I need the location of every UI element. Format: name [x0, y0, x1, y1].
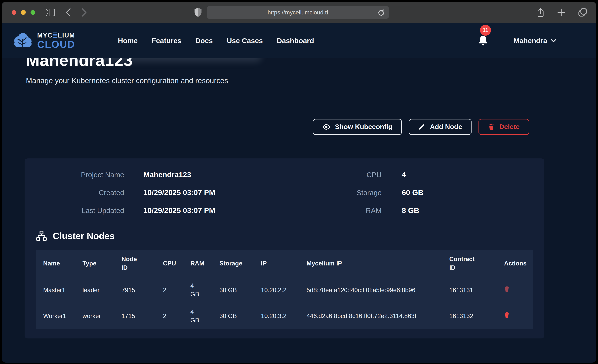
column-header-contract-id: Contract ID	[445, 250, 500, 277]
cluster-nodes-heading: Cluster Nodes	[53, 231, 115, 241]
column-header-ram: RAM	[186, 250, 216, 277]
nav-link-home[interactable]: Home	[118, 37, 138, 45]
column-header-mycelium-ip: Mycelium IP	[303, 250, 445, 277]
node-row-worker1: Worker1worker171524 GB30 GB10.20.3.2446:…	[36, 303, 533, 329]
nav-link-dashboard[interactable]: Dashboard	[277, 37, 314, 45]
pencil-icon	[418, 124, 425, 130]
detail-value: 10/29/2025 03:07 PM	[143, 206, 284, 215]
eye-icon	[322, 124, 330, 130]
cell-cpu: 2	[159, 303, 186, 329]
nav-link-docs[interactable]: Docs	[195, 37, 213, 45]
detail-value: 8 GB	[402, 206, 533, 215]
nav-link-use-cases[interactable]: Use Cases	[227, 37, 263, 45]
cell-storage: 30 GB	[216, 303, 257, 329]
user-name: Mahendra	[514, 37, 547, 45]
cluster-details-card: Project NameMahendra123Created10/29/2025…	[25, 158, 544, 339]
column-header-name: Name	[36, 250, 78, 277]
notification-count-badge: 11	[480, 25, 491, 36]
page-subtitle: Manage your Kubernetes cluster configura…	[26, 75, 544, 86]
browser-chrome: https://myceliumcloud.tf	[2, 2, 596, 23]
cell-actions	[500, 277, 533, 303]
column-header-node-id: Node ID	[117, 250, 159, 277]
site-navbar: MYCLIUM CLOUD HomeFeaturesDocsUse CasesD…	[2, 23, 596, 58]
column-header-storage: Storage	[216, 250, 257, 277]
bell-icon	[478, 35, 489, 47]
show-kubeconfig-button[interactable]: Show Kubeconfig	[313, 119, 402, 135]
close-window-button[interactable]	[12, 10, 16, 15]
cloud-logo-icon	[12, 32, 33, 50]
page-content: Mahendra123 Manage your Kubernetes clust…	[2, 51, 596, 339]
share-icon[interactable]	[537, 8, 544, 17]
delete-cluster-button[interactable]: Delete	[479, 119, 529, 135]
cell-node-id: 1715	[117, 303, 159, 329]
user-menu[interactable]: Mahendra	[514, 37, 556, 45]
cell-name: Worker1	[36, 303, 78, 329]
detail-label: Created	[36, 189, 124, 197]
cluster-actions: Show Kubeconfig Add Node Delete	[25, 119, 544, 135]
cell-ip: 10.20.2.2	[257, 277, 303, 303]
column-header-cpu: CPU	[159, 250, 186, 277]
node-row-master1: Master1leader791524 GB30 GB10.20.2.25d8:…	[36, 277, 533, 303]
delete-node-button[interactable]	[504, 312, 510, 318]
cell-node-id: 7915	[117, 277, 159, 303]
detail-label: RAM	[284, 207, 382, 215]
forward-button-icon[interactable]	[81, 8, 87, 17]
sidebar-toggle-icon[interactable]	[45, 8, 55, 17]
column-header-actions: Actions	[500, 250, 533, 277]
cell-cpu: 2	[159, 277, 186, 303]
address-bar[interactable]: https://myceliumcloud.tf	[207, 6, 389, 19]
cell-ip: 10.20.3.2	[257, 303, 303, 329]
logo-e-bars-icon	[53, 33, 58, 38]
cluster-nodes-table: NameTypeNode IDCPURAMStorageIPMycelium I…	[36, 250, 533, 329]
detail-value: 60 GB	[402, 188, 533, 197]
browser-window: https://myceliumcloud.tf	[2, 2, 596, 363]
detail-label: Project Name	[36, 171, 124, 179]
table-header-row: NameTypeNode IDCPURAMStorageIPMycelium I…	[36, 250, 533, 277]
cell-name: Master1	[36, 277, 78, 303]
minimize-window-button[interactable]	[21, 10, 26, 15]
mycelium-cloud-logo[interactable]: MYCLIUM CLOUD	[12, 32, 75, 50]
detail-value: 10/29/2025 03:07 PM	[143, 188, 284, 197]
cell-ram: 4 GB	[186, 277, 216, 303]
cell-actions	[500, 303, 533, 329]
back-button-icon[interactable]	[65, 8, 71, 17]
column-header-ip: IP	[257, 250, 303, 277]
cell-mycelium-ip: 5d8:78ea:a120:f40c:ff0f:a5fe:99e6:8b96	[303, 277, 445, 303]
detail-label: Storage	[284, 189, 382, 197]
column-header-type: Type	[78, 250, 117, 277]
privacy-shield-icon[interactable]	[194, 7, 202, 17]
cell-type: worker	[78, 303, 117, 329]
details-left-column: Project NameMahendra123Created10/29/2025…	[36, 170, 284, 215]
tab-overview-icon[interactable]	[578, 8, 587, 17]
details-right-column: CPU4Storage60 GBRAM8 GB	[284, 170, 533, 215]
traffic-lights	[12, 10, 35, 15]
zoom-window-button[interactable]	[31, 10, 35, 15]
cell-type: leader	[78, 277, 117, 303]
nav-link-features[interactable]: Features	[152, 37, 181, 45]
add-node-button[interactable]: Add Node	[409, 119, 472, 135]
cluster-nodes-icon	[36, 231, 47, 241]
reload-icon[interactable]	[378, 9, 385, 17]
nav-links: HomeFeaturesDocsUse CasesDashboard	[118, 37, 314, 45]
url-text: https://myceliumcloud.tf	[267, 9, 328, 16]
cell-mycelium-ip: 446:d2a6:8bcd:8c16:ff0f:72e2:3114:863f	[303, 303, 445, 329]
cell-storage: 30 GB	[216, 277, 257, 303]
detail-label: CPU	[284, 171, 382, 179]
cell-contract-id: 1613132	[445, 303, 500, 329]
delete-node-button[interactable]	[504, 286, 510, 292]
detail-label: Last Updated	[36, 207, 124, 215]
notifications-button[interactable]: 11	[478, 35, 489, 47]
cell-contract-id: 1613131	[445, 277, 500, 303]
logo-wordmark-line2: CLOUD	[37, 40, 75, 50]
logo-wordmark-line1: MYCLIUM	[37, 32, 75, 39]
trash-icon	[488, 123, 495, 131]
detail-value: 4	[402, 170, 533, 179]
cell-ram: 4 GB	[186, 303, 216, 329]
chevron-down-icon	[550, 39, 556, 43]
new-tab-icon[interactable]	[557, 8, 565, 17]
detail-value: Mahendra123	[143, 170, 284, 179]
